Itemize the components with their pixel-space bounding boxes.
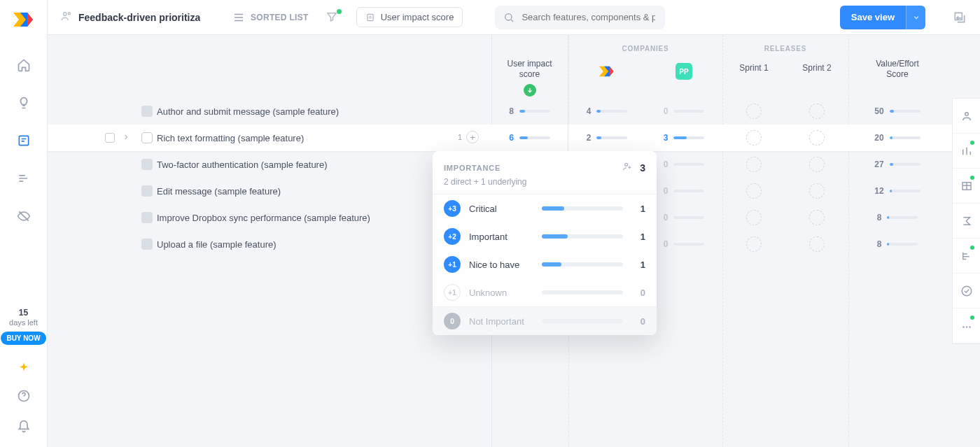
sort-chip[interactable]: User impact score — [356, 7, 463, 27]
hide-icon[interactable] — [16, 208, 31, 224]
tag-count: 1 — [458, 133, 462, 141]
importance-label: Important — [469, 232, 533, 242]
col-user-impact[interactable]: User impact score — [491, 59, 568, 80]
sparkle-icon[interactable] — [16, 360, 31, 376]
release-cell[interactable] — [785, 125, 848, 151]
importance-row[interactable]: 0 Not Important 0 — [433, 307, 657, 335]
importance-bar — [542, 262, 623, 267]
row-checkbox[interactable] — [141, 239, 153, 250]
rail-gantt-icon[interactable] — [953, 239, 980, 274]
col-sprint-1[interactable]: Sprint 1 — [722, 63, 785, 73]
score-cell[interactable]: 0 — [645, 204, 722, 231]
release-cell[interactable] — [722, 231, 785, 257]
rail-chart-icon[interactable] — [953, 134, 980, 169]
release-cell[interactable] — [785, 98, 848, 125]
score-cell[interactable]: 3 — [645, 125, 722, 151]
importance-label: Nice to have — [469, 260, 533, 270]
expand-icon[interactable] — [122, 132, 130, 143]
trial-counter: 15 days left — [9, 308, 38, 327]
rail-check-icon[interactable] — [953, 274, 980, 308]
row-checkbox[interactable] — [141, 185, 153, 197]
score-cell[interactable]: 20 — [848, 125, 946, 151]
score-cell[interactable]: 6 — [491, 125, 568, 151]
score-cell[interactable]: 0 — [645, 98, 722, 125]
importance-bar — [542, 234, 623, 239]
feature-name: Two-factor authentication (sample featur… — [157, 151, 328, 178]
score-cell[interactable]: 8 — [848, 204, 946, 231]
importance-value: 1 — [631, 260, 645, 270]
score-cell[interactable]: 27 — [848, 151, 946, 178]
score-cell[interactable]: 50 — [848, 98, 946, 125]
release-cell[interactable] — [722, 98, 785, 125]
importance-row[interactable]: +1 Nice to have 1 — [433, 250, 657, 278]
row-checkbox[interactable] — [141, 212, 153, 223]
search-input[interactable] — [520, 11, 656, 23]
grid-header: COMPANIES RELEASES User impact score PP … — [48, 35, 952, 98]
company-pp-badge[interactable]: PP — [676, 63, 692, 80]
score-cell[interactable]: 0 — [645, 178, 722, 204]
filter-icon[interactable] — [326, 10, 340, 24]
release-cell[interactable] — [785, 178, 848, 204]
importance-label: Unknown — [469, 288, 533, 298]
col-sprint-2[interactable]: Sprint 2 — [785, 63, 848, 73]
svg-marker-2 — [27, 13, 33, 27]
weight-pill: +3 — [444, 200, 461, 217]
importance-row[interactable]: +3 Critical 1 — [433, 194, 657, 222]
import-icon[interactable] — [952, 10, 967, 25]
document-title-text: Feedback-driven prioritizat… — [78, 12, 200, 23]
document-title[interactable]: Feedback-driven prioritizat… — [60, 10, 200, 24]
row-checkbox[interactable] — [141, 106, 153, 117]
add-tag-button[interactable]: + — [466, 131, 479, 143]
bell-icon[interactable] — [16, 419, 31, 434]
row-checkbox[interactable] — [141, 132, 153, 143]
rail-people-icon[interactable] — [953, 99, 980, 134]
home-icon[interactable] — [16, 57, 31, 73]
release-cell[interactable] — [722, 125, 785, 151]
feature-row[interactable]: Rich text formatting (sample feature)1+6… — [48, 125, 952, 151]
rail-more-icon[interactable] — [953, 308, 980, 343]
score-cell[interactable]: 0 — [645, 151, 722, 178]
release-cell[interactable] — [785, 231, 848, 257]
score-cell[interactable]: 8 — [491, 98, 568, 125]
release-cell[interactable] — [785, 151, 848, 178]
importance-row[interactable]: +1 Unknown 0 — [433, 278, 657, 306]
feature-name: Improve Dropbox sync performance (sample… — [157, 204, 370, 231]
feature-row[interactable]: Author and submit message (sample featur… — [48, 98, 952, 125]
svg-marker-11 — [610, 66, 614, 77]
save-view-button[interactable]: Save view — [840, 6, 906, 29]
importance-bar — [542, 206, 623, 211]
board-icon[interactable] — [16, 133, 31, 148]
col-value-effort[interactable]: Value/Effort Score — [848, 59, 946, 80]
help-icon[interactable] — [16, 388, 31, 404]
svg-point-17 — [965, 326, 967, 327]
sort-chip-label: User impact score — [381, 12, 454, 22]
sort-desc-icon[interactable] — [524, 84, 536, 97]
rail-sigma-icon[interactable] — [953, 204, 980, 239]
release-cell[interactable] — [785, 204, 848, 231]
score-cell[interactable]: 8 — [848, 231, 946, 257]
lightbulb-icon[interactable] — [16, 95, 31, 111]
importance-row[interactable]: +2 Important 1 — [433, 222, 657, 250]
row-select-checkbox[interactable] — [105, 133, 115, 143]
release-cell[interactable] — [722, 204, 785, 231]
score-cell[interactable]: 2 — [568, 125, 645, 151]
svg-point-13 — [965, 112, 968, 115]
importance-label: Not Important — [469, 316, 533, 327]
buy-now-button[interactable]: BUY NOW — [1, 332, 46, 345]
sorted-list-toggle[interactable]: SORTED LIST — [232, 11, 309, 24]
release-cell[interactable] — [722, 178, 785, 204]
assign-icon[interactable] — [622, 161, 633, 174]
row-checkbox[interactable] — [141, 159, 153, 170]
company-logo-icon[interactable] — [598, 63, 615, 80]
score-cell[interactable]: 12 — [848, 178, 946, 204]
rail-table-icon[interactable] — [953, 169, 980, 204]
score-cell[interactable]: 4 — [568, 98, 645, 125]
release-cell[interactable] — [722, 151, 785, 178]
feature-name: Edit message (sample feature) — [157, 178, 281, 204]
svg-point-15 — [962, 286, 972, 296]
weight-pill: 0 — [444, 313, 461, 329]
save-view-dropdown[interactable] — [906, 6, 925, 29]
score-cell[interactable]: 0 — [645, 231, 722, 257]
roadmap-icon[interactable] — [16, 171, 31, 186]
search-field[interactable] — [495, 6, 664, 29]
